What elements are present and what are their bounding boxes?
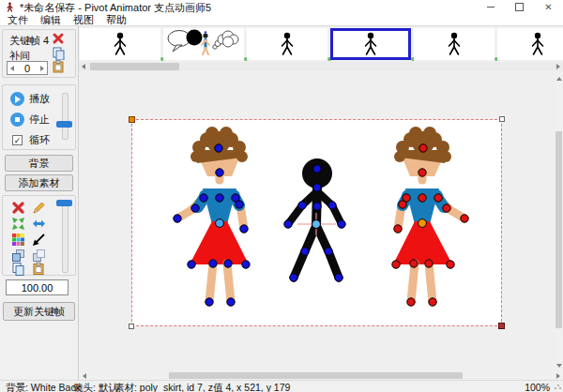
keyframe-group: 关键帧 4 补间 0 [2,29,76,78]
timeline-frame-2[interactable] [163,28,244,60]
stop-button[interactable]: 停止 [10,113,50,127]
horizontal-scroll-thumb[interactable] [169,372,463,379]
menu-view[interactable]: 视图 [73,13,94,27]
paste-keyframe-icon[interactable] [52,60,65,73]
menu-edit[interactable]: 编辑 [40,13,61,27]
speed-slider-track[interactable] [62,93,68,140]
edit-figure-pencil-icon[interactable] [32,201,46,215]
play-button[interactable]: 播放 [10,92,50,106]
animation-workspace [79,73,555,371]
loop-toggle[interactable]: 循环 [10,133,50,147]
timeline-scroll-thumb[interactable] [90,63,179,70]
resize-grip[interactable] [555,383,561,389]
status-bar: 背景: White Back 镜头: 默认 素材: poly_skirt, id… [0,380,563,392]
pivot-animator-window: { "window": { "title": "*未命名保存 - Pivot A… [0,0,563,392]
center-figure-icon[interactable] [11,217,25,231]
timeline-scroll-left-button[interactable] [79,62,88,71]
frame-thumb-stickman [330,28,411,60]
timeline-frame-3[interactable] [247,28,327,60]
frame-thumb-stickman [80,28,160,60]
figure-scale-slider-track[interactable] [62,202,68,273]
tween-spinner: 0 [7,61,48,75]
play-label: 播放 [29,92,50,106]
stop-label: 停止 [29,113,50,127]
update-keyframe-button[interactable]: 更新关键帧 [3,302,75,321]
timeline-frame-1[interactable] [80,28,160,60]
send-to-back-icon[interactable] [32,249,46,263]
figure-color-palette-icon[interactable] [11,233,25,247]
paste-figure-icon[interactable] [32,262,46,276]
background-button[interactable]: 背景 [5,155,73,172]
stop-icon [10,113,24,127]
scale-input[interactable] [6,279,68,295]
timeline-frame-5[interactable] [414,28,495,60]
minimize-button[interactable] [476,0,505,14]
figure-scale-slider-handle[interactable] [56,200,72,206]
animation-canvas[interactable] [132,120,501,325]
status-sprite: 素材: poly_skirt, id 7, z值 4, x 521, y 179 [114,382,290,392]
scroll-up-button[interactable] [555,74,563,83]
bring-to-front-icon[interactable] [11,249,25,263]
close-icon: ✕ [544,3,552,12]
figure-tools-group [2,195,76,276]
menu-help[interactable]: 帮助 [106,13,127,27]
close-button[interactable]: ✕ [534,0,563,14]
flip-figure-icon[interactable] [32,217,46,231]
scroll-down-button[interactable] [555,361,563,370]
figure-woman-right-selected[interactable] [392,127,468,306]
add-sprite-button[interactable]: 添加素材 [5,174,73,191]
loop-checkbox[interactable] [12,135,23,145]
frame-thumb-stickman [497,28,563,60]
canvas-handle-bottom-right[interactable] [498,323,505,329]
timeline [79,26,563,73]
timeline-frames [80,28,563,60]
timeline-frame-6[interactable] [497,28,563,60]
frame-thumb-stickman [247,28,327,60]
timeline-frame-4[interactable] [330,28,411,60]
origin-handle[interactable] [312,220,321,229]
canvas-handle-bottom-left[interactable] [129,324,134,329]
figure-woman-left[interactable] [174,127,250,306]
playback-group: 播放 停止 循环 [2,84,76,150]
speed-slider-handle[interactable] [56,121,72,128]
status-zoom-level: 100% [525,382,550,392]
menu-file[interactable]: 文件 [8,13,28,27]
maximize-icon [515,3,524,11]
minimize-icon [487,7,495,8]
vertical-scroll-thumb[interactable] [555,131,562,328]
tween-decrement-button[interactable] [8,66,17,71]
figure-black-stickman[interactable] [284,158,345,281]
copy-figure-icon[interactable] [11,262,25,276]
scale-figure-arrow-icon[interactable] [32,233,46,247]
canvas-handle-top-right[interactable] [499,116,505,122]
tween-increment-button[interactable] [38,66,47,71]
delete-figure-icon[interactable] [11,201,25,215]
frame-thumb-stickman [414,28,495,60]
maximize-button[interactable] [505,0,534,14]
delete-keyframe-icon[interactable] [52,32,65,45]
loop-label: 循环 [29,133,50,147]
keyframe-label: 关键帧 4 [9,34,49,48]
tween-value[interactable]: 0 [17,63,38,74]
menu-bar: 文件 编辑 视图 帮助 [0,14,563,26]
timeline-scrollbar[interactable] [79,62,563,71]
left-panel: 关键帧 4 补间 0 播放 停止 循环 背景 [0,26,79,380]
canvas-handle-top-left[interactable] [129,116,135,123]
app-icon [5,2,15,12]
vertical-scrollbar[interactable] [555,73,563,371]
horizontal-scrollbar[interactable] [79,371,563,380]
canvas-figures [132,120,501,325]
timeline-scroll-right-button[interactable] [554,62,563,71]
status-background: 背景: White Back [6,382,81,392]
status-camera: 镜头: 默认 [73,382,118,392]
copy-keyframe-icon[interactable] [52,47,65,60]
frame-thumb-bubbles [163,28,244,60]
play-icon [10,92,24,106]
